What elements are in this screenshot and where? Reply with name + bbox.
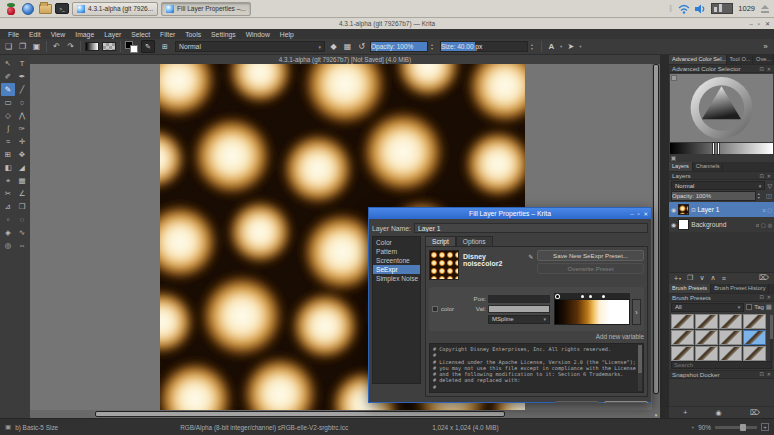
value-gradient-slider[interactable] (670, 143, 773, 154)
canvas-horizontal-scrollbar[interactable] (30, 410, 652, 418)
brush-size-slider[interactable]: Size: 40.00 px (440, 41, 528, 52)
brush-preset-tile[interactable] (695, 330, 718, 345)
layers-header[interactable]: Layers ⊡✕ (669, 171, 774, 180)
menu-item[interactable]: View (46, 31, 71, 38)
brush-preset-status-icon[interactable]: ▣ (5, 423, 11, 431)
delete-layer-button[interactable]: ⌦ (759, 274, 769, 282)
close-docker-icon[interactable]: ✕ (767, 173, 771, 179)
menu-item[interactable]: File (3, 31, 24, 38)
color-selector-widget[interactable] (670, 74, 773, 142)
shade-selector-icon[interactable] (671, 156, 676, 161)
preserve-alpha-icon[interactable]: ▦ (342, 41, 353, 53)
bezier-curve-tool[interactable]: ∫ (1, 122, 15, 135)
similar-select-tool[interactable]: ∿ (15, 226, 29, 239)
menu-item[interactable]: Window (241, 31, 275, 38)
brush-preset-tile[interactable] (695, 314, 718, 329)
taskbar-window-krita[interactable]: 4.3.1-alpha (git 7926... (72, 2, 158, 16)
float-docker-icon[interactable]: ⊡ (760, 371, 764, 377)
clock[interactable]: 1029 (738, 4, 755, 13)
snapshot-docker-header[interactable]: Snapshot Docker ⊡✕ (669, 370, 774, 379)
menu-item[interactable]: Tools (180, 31, 206, 38)
color-ramp-widget[interactable]: › (554, 293, 641, 325)
create-snapshot-button[interactable]: + (683, 409, 687, 416)
brush-preset-tile[interactable] (671, 346, 694, 361)
color-variable-checkbox[interactable] (432, 306, 438, 312)
ramp-gradient[interactable] (554, 299, 630, 325)
dynamic-brush-tool[interactable]: ≈ (1, 135, 15, 148)
generator-item[interactable]: SeExpr (373, 265, 420, 274)
move-layer-down-button[interactable]: ∨ (699, 274, 704, 282)
undo-icon[interactable]: ↶ (51, 41, 62, 53)
file-manager-icon[interactable] (38, 2, 52, 15)
zoom-slider[interactable] (715, 426, 757, 429)
alpha-lock-icon[interactable]: α (756, 222, 759, 228)
brush-tag-dropdown[interactable]: All▾ (671, 303, 744, 312)
measure-tool[interactable]: ∠ (15, 187, 29, 200)
taskbar-window-fill-layer-dialog[interactable]: Fill Layer Properties –... (161, 2, 251, 16)
script-scrollbar[interactable] (638, 345, 642, 391)
menu-item[interactable]: Edit (24, 31, 46, 38)
tab-advanced-color-selector[interactable]: Advanced Color Sel... (669, 55, 727, 64)
layer-properties-button[interactable]: ≡ (722, 275, 726, 282)
foreground-background-color-swatch[interactable] (125, 41, 138, 53)
menu-item[interactable]: Settings (206, 31, 241, 38)
val-input[interactable] (488, 305, 550, 313)
tab-channels[interactable]: Channels (693, 162, 724, 171)
brush-preset-tile[interactable] (743, 346, 766, 361)
volume-icon[interactable] (695, 4, 706, 14)
polygon-tool[interactable]: ◇ (1, 109, 15, 122)
window-titlebar[interactable]: 4.3.1-alpha (git 79267b7) — Krita – ▫ ✕ (0, 18, 774, 29)
save-icon[interactable]: ▣ (31, 41, 42, 53)
advanced-color-selector-header[interactable]: Advanced Color Selector ⊡✕ (669, 64, 774, 73)
pan-tool[interactable]: ⇔ (15, 239, 29, 252)
color-sampler-tool[interactable]: ⌖ (1, 174, 15, 187)
visibility-icon[interactable]: ◉ (671, 221, 676, 228)
pos-input[interactable] (488, 295, 550, 303)
brush-preset-tile[interactable] (671, 330, 694, 345)
close-docker-icon[interactable]: ✕ (767, 371, 771, 377)
line-tool[interactable]: ╱ (15, 83, 29, 96)
add-new-variable-link[interactable]: Add new variable (429, 333, 644, 340)
select-shapes-tool[interactable]: ↖ (1, 57, 15, 70)
add-layer-button[interactable]: + (674, 275, 678, 282)
close-docker-icon[interactable]: ✕ (767, 66, 771, 72)
filter-layers-icon[interactable]: ▽ (767, 182, 772, 189)
freehand-brush-tool[interactable]: ✎ (1, 83, 15, 96)
close-docker-icon[interactable]: ✕ (767, 294, 771, 300)
tab-brush-preset-history[interactable]: Brush Preset History (711, 284, 769, 293)
menu-item[interactable]: Layer (99, 31, 126, 38)
zoom-tool[interactable]: ◎ (1, 239, 15, 252)
gradient-chooser-swatch[interactable] (85, 42, 99, 51)
contiguous-select-tool[interactable]: ◈ (1, 226, 15, 239)
crop-tool[interactable]: ✂ (1, 187, 15, 200)
brush-preset-tile[interactable] (743, 330, 766, 345)
memory-indicator-icon[interactable]: ◔ (690, 424, 694, 431)
color-selector-settings-icon[interactable] (671, 75, 677, 81)
tab-brush-presets[interactable]: Brush Presets (669, 284, 711, 293)
move-tool[interactable]: ✥ (15, 148, 29, 161)
browser-icon[interactable] (21, 2, 35, 15)
brush-preset-tile[interactable] (695, 346, 718, 361)
layer-options-icon[interactable]: ◫ (766, 192, 772, 200)
rectangle-tool[interactable]: ▭ (1, 96, 15, 109)
generator-item[interactable]: Color (373, 238, 420, 247)
redo-icon[interactable]: ↷ (65, 41, 76, 53)
zoom-percentage[interactable]: 90% (698, 424, 711, 431)
layer-name-input[interactable] (414, 223, 648, 233)
maximize-button[interactable]: ▫ (758, 21, 760, 27)
tab-script[interactable]: Script (425, 236, 456, 246)
layer-row-layer1[interactable]: ◉ ⊡ Layer 1 α▢ (669, 202, 774, 217)
brush-grid-scrollbar[interactable] (770, 315, 773, 361)
subwindow-titlebar[interactable]: 4.3.1-alpha (git 79267b7) [Not Saved] (4… (30, 55, 660, 64)
layer-opacity-slider[interactable]: Opacity: 100% (671, 191, 756, 201)
brush-preset-tile[interactable] (719, 314, 742, 329)
menu-item[interactable]: Select (126, 31, 155, 38)
switch-snapshot-button[interactable]: ◉ (716, 409, 722, 417)
fill-tool[interactable]: ◧ (1, 161, 15, 174)
expand-ramp-button[interactable]: › (632, 299, 641, 325)
alpha-lock-icon[interactable]: α (762, 207, 765, 213)
generator-item[interactable]: Simplex Noise (373, 274, 420, 283)
brush-preset-tile[interactable] (719, 346, 742, 361)
chevron-down-icon[interactable]: ▾ (579, 44, 581, 49)
workspace-chooser-button[interactable]: ⊞ (158, 40, 172, 53)
